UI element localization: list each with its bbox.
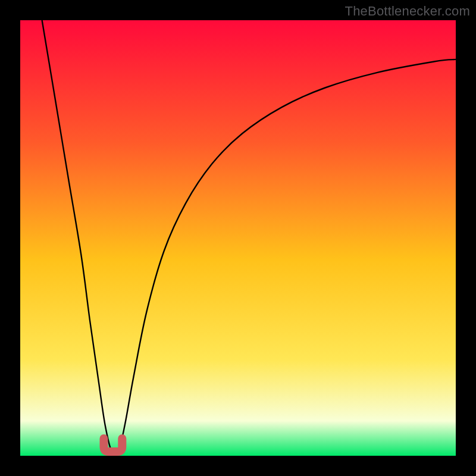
bottleneck-curve [20, 20, 456, 456]
attribution-text: TheBottlenecker.com [345, 4, 470, 19]
optimal-marker [104, 439, 123, 452]
curve-path [42, 20, 456, 455]
plot-area [20, 20, 456, 456]
outer-frame: TheBottlenecker.com [0, 0, 476, 476]
